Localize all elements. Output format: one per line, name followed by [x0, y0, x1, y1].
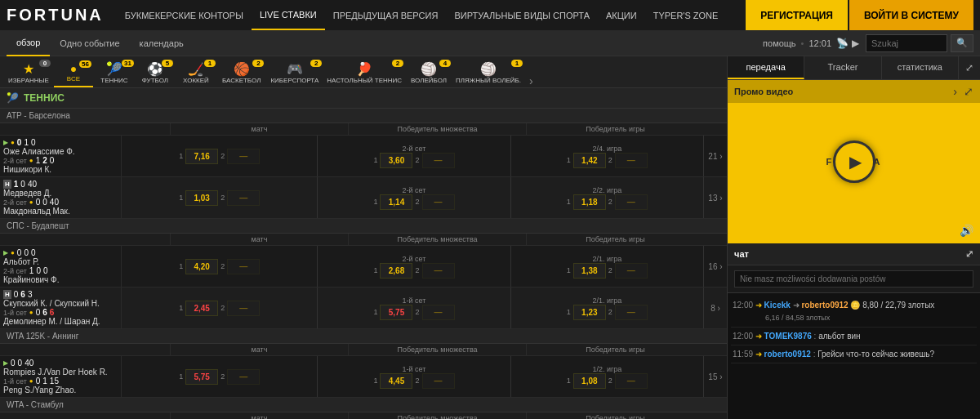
expand-icon[interactable]: ⤢ [959, 56, 980, 79]
odds-skupski-s1[interactable]: 5,75 [380, 305, 412, 320]
tab-label-football: ФУТБОЛ [142, 77, 168, 84]
odds-albot-s1[interactable]: 2,68 [380, 263, 412, 279]
h-icon: H [3, 180, 11, 189]
chat-expand-icon[interactable]: ⤢ [965, 248, 973, 260]
tab-volleyball[interactable]: 4 🏐 ВОЛЕЙБОЛ [405, 60, 452, 87]
msg3-user1[interactable]: roberto0912 [764, 350, 811, 359]
odds-rompies-1[interactable]: 5,75 [185, 369, 218, 385]
tab-stats[interactable]: статистика [882, 56, 959, 79]
score-live-1: 0 [17, 138, 22, 147]
beachvolley-badge: 1 [511, 60, 523, 67]
odds-btn-g1[interactable]: 1,42 [573, 153, 606, 168]
tab-all[interactable]: 56 ● ВСЕ [54, 60, 93, 87]
odds-btn-s1[interactable]: 3,60 [380, 153, 412, 168]
set-status: 2-й сет [3, 157, 27, 165]
subnav-overview[interactable]: обзор [7, 30, 50, 56]
match-albot: ▶ ● 0 0 0 Альбот Р. 2-й сет 1 0 0 Крайин… [0, 246, 727, 288]
p2-skupski: Демолинер М. / Шаран Д. [3, 317, 118, 326]
live-indicator: ▶ [3, 139, 8, 146]
odds-label-g2: 2 [608, 156, 612, 164]
help-link[interactable]: помощь [763, 38, 796, 48]
odds-albot-1[interactable]: 4,20 [185, 259, 218, 274]
odds-btn-s2[interactable]: — [422, 153, 455, 168]
nav-item-bookmakers[interactable]: БУКМЕКЕРСКИЕ КОНТОРЫ [117, 0, 252, 30]
search-button[interactable]: 🔍 [951, 34, 973, 52]
odds-rompies-g1[interactable]: 1,08 [573, 373, 606, 389]
tennis-icon: 🎾 [106, 61, 122, 77]
group-wta-anning: WTA 125K - Аннинг матч Победитель множес… [0, 329, 727, 398]
group-atp-barcelona: ATP - Барселона матч Победитель множеств… [0, 109, 727, 219]
score-live-3: 0 [31, 138, 36, 147]
nav-item-prev[interactable]: ПРЕДЫДУЩАЯ ВЕРСИЯ [325, 0, 447, 30]
tab-football[interactable]: 5 ⚽ ФУТБОЛ [136, 60, 175, 87]
odds-btn-1[interactable]: 7,16 [185, 149, 218, 164]
odds-m2-2[interactable]: — [227, 190, 260, 206]
tab-tracker[interactable]: Tracker [804, 56, 881, 79]
msg2-user1[interactable]: TOMEK9876 [764, 332, 812, 341]
odds-skupski-s2[interactable]: — [422, 305, 455, 320]
msg1-time: 12:00 [733, 301, 753, 310]
match-row-2: H 1 0 40 Медведев Д. 2-й сет ● 0 0 40 Ма… [0, 177, 727, 219]
odds-label-s1: 1 [373, 156, 377, 164]
odds-match-2: 1 1,03 2 — [122, 177, 318, 218]
more-count[interactable]: 21 › [704, 136, 727, 176]
login-button[interactable]: ВОЙТИ В СИСТЕМУ [849, 0, 973, 30]
odds-skupski-1[interactable]: 2,45 [185, 301, 218, 316]
odds-albot-g2[interactable]: — [615, 263, 648, 279]
msg1-user1[interactable]: Kicekk [764, 301, 791, 310]
tab-esports[interactable]: 2 🎮 КИБЕРСПОРТА [265, 60, 323, 87]
tab-tennis[interactable]: 31 🎾 ТЕННИС [93, 60, 136, 87]
odds-albot-2[interactable]: — [227, 259, 260, 274]
subnav-single[interactable]: Одно событие [50, 30, 129, 56]
tab-broadcast[interactable]: передача [728, 56, 804, 79]
tab-beachvolley[interactable]: 1 🏐 ПЛЯЖНЫЙ ВОЛЕЙБ. [452, 60, 524, 87]
video-fullscreen-icon[interactable]: ⤢ [964, 85, 973, 98]
match-odds-group-2: 1 1,03 2 — 2-й сет 1 1,14 2 — [121, 177, 727, 218]
tab-tabletennis[interactable]: 2 🏓 НАСТОЛЬНЫЙ ТЕННИС [323, 60, 405, 87]
msg2-arrow: ➜ [755, 332, 764, 341]
odds-m2-1[interactable]: 1,03 [185, 190, 218, 206]
odds-s2-2[interactable]: — [422, 194, 455, 210]
more-m2[interactable]: 13 › [704, 177, 727, 218]
odds-g2-2[interactable]: — [615, 194, 648, 210]
odds-btn-g2[interactable]: — [615, 153, 648, 168]
odds-rompies-s1[interactable]: 4,45 [380, 373, 412, 389]
match-skupski: H 0 6 3 Скупский К. / Скупский Н. 1-й се… [0, 288, 727, 329]
odds-skupski-2[interactable]: — [227, 301, 260, 316]
star-icon: ★ [23, 61, 34, 77]
nav-item-live[interactable]: LIVE СТАВКИ [252, 0, 325, 30]
basketball-badge: 2 [252, 60, 264, 67]
odds-albot-s2[interactable]: — [422, 263, 455, 279]
register-button[interactable]: РЕГИСТРАЦИЯ [746, 0, 848, 30]
match-rompies: ▶ 0 0 40 Rompies J./Van Der Hoek R. 1-й … [0, 356, 727, 398]
odds-btn-2[interactable]: — [227, 149, 260, 164]
play-button[interactable]: ▶ [833, 140, 875, 183]
odds-s2-1[interactable]: 1,14 [380, 194, 412, 210]
msg1-arrow: ➜ [755, 301, 764, 310]
search-input[interactable] [866, 34, 947, 52]
nav-item-typers[interactable]: TYPER'S ZONE [645, 0, 727, 30]
odds-skupski-g2[interactable]: — [615, 305, 648, 320]
odds-albot-g1[interactable]: 1,38 [573, 263, 606, 279]
tabs-scroll-right[interactable]: › [524, 74, 538, 87]
col-headers-atp: матч Победитель множества Победитель игр… [0, 123, 727, 136]
ball2-icon: ● [29, 157, 33, 164]
logo: FORTUNA [7, 6, 104, 25]
odds-skupski-g1[interactable]: 1,23 [573, 305, 606, 320]
tab-hockey[interactable]: 1 🏒 ХОККЕЙ [175, 60, 217, 87]
play-icon[interactable]: ▶ [852, 38, 859, 49]
tab-basketball[interactable]: 2 🏀 БАСКЕТБОЛ [217, 60, 265, 87]
volume-icon[interactable]: 🔊 [960, 224, 973, 237]
separator: • [801, 38, 804, 48]
subnav-calendar[interactable]: календарь [130, 30, 194, 56]
video-expand-icon[interactable]: › [953, 85, 957, 98]
play-triangle-icon: ▶ [849, 152, 862, 172]
msg1-user2[interactable]: roberto0912 [801, 301, 848, 310]
tabletennis-badge: 2 [392, 60, 403, 67]
tab-favorites[interactable]: 0 ★ ИЗБРАННЫЕ [3, 60, 54, 87]
odds-g2-1[interactable]: 1,18 [573, 194, 606, 210]
nav-item-virtual[interactable]: ВИРТУАЛЬНЫЕ ВИДЫ СПОРТА [446, 0, 598, 30]
nav-item-promos[interactable]: АКЦИИ [598, 0, 645, 30]
msg2-time: 12:00 [733, 332, 753, 341]
chat-input[interactable] [734, 270, 973, 288]
